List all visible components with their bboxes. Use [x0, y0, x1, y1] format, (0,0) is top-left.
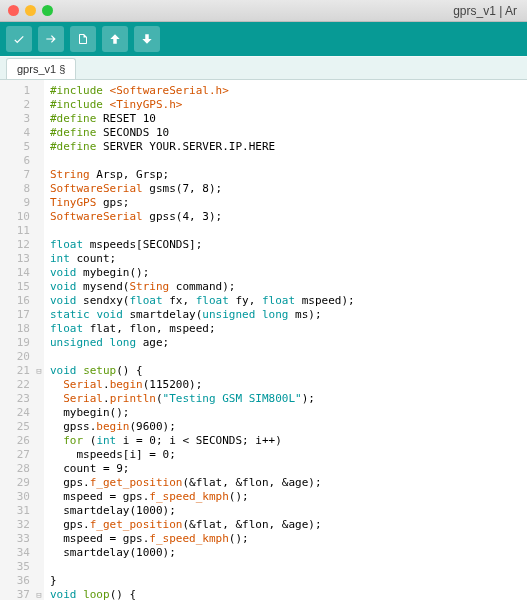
line-number: 27 [0, 448, 30, 462]
line-number: 35 [0, 560, 30, 574]
fold-marker [34, 336, 44, 350]
line-number: 2 [0, 98, 30, 112]
code-line[interactable]: SoftwareSerial gsms(7, 8); [50, 182, 521, 196]
code-line[interactable]: void setup() { [50, 364, 521, 378]
upload-button[interactable] [38, 26, 64, 52]
code-line[interactable]: float flat, flon, mspeed; [50, 322, 521, 336]
fold-marker [34, 98, 44, 112]
fold-marker [34, 112, 44, 126]
code-line[interactable]: for (int i = 0; i < SECONDS; i++) [50, 434, 521, 448]
fold-marker [34, 210, 44, 224]
line-number: 32 [0, 518, 30, 532]
check-icon [12, 32, 26, 46]
fold-marker [34, 574, 44, 588]
fold-marker [34, 196, 44, 210]
code-line[interactable]: mspeeds[i] = 0; [50, 448, 521, 462]
code-line[interactable]: mybegin(); [50, 406, 521, 420]
code-line[interactable]: gps.f_get_position(&flat, &flon, &age); [50, 518, 521, 532]
fold-marker [34, 238, 44, 252]
code-line[interactable]: gpss.begin(9600); [50, 420, 521, 434]
fold-marker [34, 182, 44, 196]
line-number: 37 [0, 588, 30, 600]
editor[interactable]: 1234567891011121314151617181920212223242… [0, 80, 527, 600]
titlebar: gprs_v1 | Ar [0, 0, 527, 22]
fold-column: ⊟⊟ [34, 80, 44, 600]
fold-marker [34, 532, 44, 546]
line-number: 21 [0, 364, 30, 378]
verify-button[interactable] [6, 26, 32, 52]
code-line[interactable] [50, 154, 521, 168]
code-line[interactable]: unsigned long age; [50, 336, 521, 350]
line-number: 15 [0, 280, 30, 294]
code-line[interactable]: mspeed = gps.f_speed_kmph(); [50, 532, 521, 546]
line-number: 31 [0, 504, 30, 518]
file-icon [77, 32, 89, 46]
code-line[interactable]: SoftwareSerial gpss(4, 3); [50, 210, 521, 224]
window-title: gprs_v1 | Ar [53, 4, 519, 18]
fold-marker [34, 84, 44, 98]
code-line[interactable]: #include <TinyGPS.h> [50, 98, 521, 112]
fold-marker [34, 322, 44, 336]
close-icon[interactable] [8, 5, 19, 16]
line-number: 17 [0, 308, 30, 322]
save-button[interactable] [134, 26, 160, 52]
window-controls [8, 5, 53, 16]
toolbar [0, 22, 527, 56]
code-line[interactable] [50, 560, 521, 574]
arrow-right-icon [44, 32, 58, 46]
code-line[interactable]: void mysend(String command); [50, 280, 521, 294]
code-line[interactable]: static void smartdelay(unsigned long ms)… [50, 308, 521, 322]
code-line[interactable] [50, 350, 521, 364]
fold-marker [34, 392, 44, 406]
code-line[interactable]: #define RESET 10 [50, 112, 521, 126]
fold-marker [34, 420, 44, 434]
fold-marker[interactable]: ⊟ [34, 588, 44, 600]
code-line[interactable]: smartdelay(1000); [50, 504, 521, 518]
line-number: 34 [0, 546, 30, 560]
line-number: 18 [0, 322, 30, 336]
code-line[interactable]: void loop() { [50, 588, 521, 600]
fold-marker [34, 224, 44, 238]
fold-marker [34, 294, 44, 308]
arrow-up-icon [108, 32, 122, 46]
line-number: 8 [0, 182, 30, 196]
code-line[interactable]: int count; [50, 252, 521, 266]
new-button[interactable] [70, 26, 96, 52]
fold-marker [34, 266, 44, 280]
code-line[interactable] [50, 224, 521, 238]
fold-marker [34, 504, 44, 518]
code-line[interactable]: } [50, 574, 521, 588]
fold-marker [34, 434, 44, 448]
code-line[interactable]: smartdelay(1000); [50, 546, 521, 560]
fold-marker [34, 406, 44, 420]
fold-marker[interactable]: ⊟ [34, 364, 44, 378]
line-number: 19 [0, 336, 30, 350]
tab-gprs-v1[interactable]: gprs_v1 § [6, 58, 76, 79]
fold-marker [34, 350, 44, 364]
fold-marker [34, 140, 44, 154]
code-line[interactable]: void mybegin(); [50, 266, 521, 280]
code-line[interactable]: void sendxy(float fx, float fy, float ms… [50, 294, 521, 308]
code-line[interactable]: Serial.println("Testing GSM SIM800L"); [50, 392, 521, 406]
code-line[interactable]: TinyGPS gps; [50, 196, 521, 210]
line-number: 26 [0, 434, 30, 448]
code-line[interactable]: #define SERVER YOUR.SERVER.IP.HERE [50, 140, 521, 154]
code-line[interactable]: float mspeeds[SECONDS]; [50, 238, 521, 252]
line-number: 11 [0, 224, 30, 238]
maximize-icon[interactable] [42, 5, 53, 16]
code-line[interactable]: mspeed = gps.f_speed_kmph(); [50, 490, 521, 504]
fold-marker [34, 168, 44, 182]
open-button[interactable] [102, 26, 128, 52]
code-line[interactable]: Serial.begin(115200); [50, 378, 521, 392]
code-area[interactable]: #include <SoftwareSerial.h>#include <Tin… [44, 80, 527, 600]
line-number: 30 [0, 490, 30, 504]
code-line[interactable]: #define SECONDS 10 [50, 126, 521, 140]
code-line[interactable]: gps.f_get_position(&flat, &flon, &age); [50, 476, 521, 490]
line-number: 7 [0, 168, 30, 182]
line-number: 36 [0, 574, 30, 588]
code-line[interactable]: String Arsp, Grsp; [50, 168, 521, 182]
code-line[interactable]: count = 9; [50, 462, 521, 476]
minimize-icon[interactable] [25, 5, 36, 16]
line-number: 33 [0, 532, 30, 546]
code-line[interactable]: #include <SoftwareSerial.h> [50, 84, 521, 98]
